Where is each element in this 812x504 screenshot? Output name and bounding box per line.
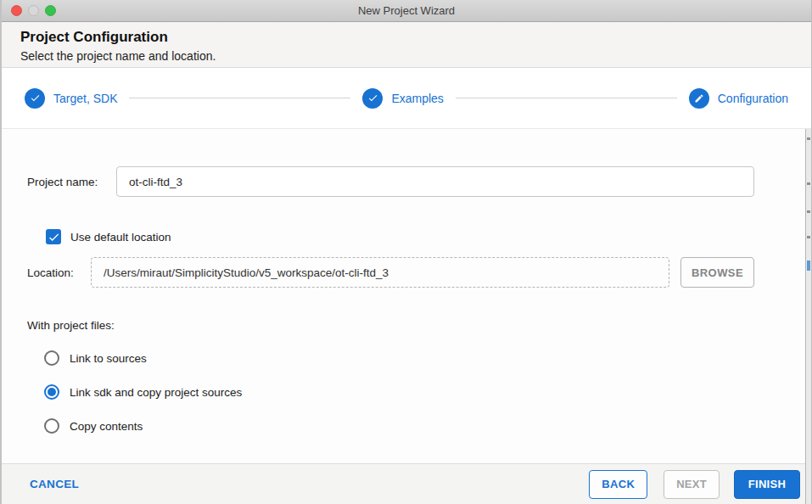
- page-title: Project Configuration: [20, 29, 792, 46]
- pencil-icon: [689, 88, 709, 109]
- radio-label: Copy contents: [70, 420, 143, 433]
- zoom-window-button[interactable]: [45, 5, 56, 16]
- ruler-mark-blue: [807, 260, 810, 271]
- step-configuration: Configuration: [689, 88, 788, 109]
- step-label: Examples: [391, 92, 443, 105]
- new-project-wizard-dialog: New Project Wizard Project Configuration…: [0, 0, 812, 504]
- window-title: New Project Wizard: [358, 4, 455, 17]
- location-input: [91, 257, 669, 288]
- wizard-content: Project name: Use default location Locat…: [2, 129, 811, 463]
- radio-label: Link to sources: [70, 352, 147, 365]
- step-examples: Examples: [362, 88, 443, 109]
- ruler-mark: [807, 210, 810, 213]
- check-icon: [25, 88, 45, 109]
- use-default-location-checkbox[interactable]: [46, 229, 61, 244]
- radio-link-to-sources[interactable]: Link to sources: [44, 350, 754, 366]
- ruler-mark: [807, 137, 810, 140]
- with-project-files-label: With project files:: [27, 319, 754, 332]
- step-label: Target, SDK: [53, 92, 117, 105]
- use-default-location-row[interactable]: Use default location: [46, 229, 754, 244]
- back-button[interactable]: BACK: [589, 470, 647, 499]
- radio-copy-contents[interactable]: Copy contents: [44, 418, 754, 434]
- stepper-connector: [456, 98, 677, 98]
- page-subtitle: Select the project name and location.: [20, 49, 792, 63]
- project-name-label: Project name:: [27, 176, 116, 188]
- browse-button[interactable]: BROWSE: [680, 257, 754, 288]
- step-target-sdk: Target, SDK: [25, 88, 117, 109]
- ruler-mark: [807, 236, 810, 238]
- ruler-mark: [807, 182, 810, 185]
- location-label: Location:: [27, 266, 91, 279]
- location-row: Location: BROWSE: [27, 257, 754, 288]
- background-app-sliver: [805, 129, 811, 504]
- use-default-location-label: Use default location: [70, 231, 171, 244]
- radio-link-sdk-copy-sources[interactable]: Link sdk and copy project sources: [44, 384, 754, 400]
- close-window-button[interactable]: [11, 5, 22, 16]
- step-label: Configuration: [718, 92, 788, 105]
- radio-button-icon[interactable]: [44, 384, 59, 400]
- traffic-lights: [11, 5, 56, 16]
- project-name-input[interactable]: [116, 166, 754, 197]
- wizard-header: Project Configuration Select the project…: [2, 22, 811, 68]
- wizard-stepper: Target, SDK Examples Configuration: [2, 68, 811, 129]
- check-icon: [48, 231, 60, 244]
- title-bar: New Project Wizard: [2, 0, 811, 22]
- next-button[interactable]: NEXT: [664, 470, 720, 499]
- radio-button-icon[interactable]: [44, 418, 59, 434]
- check-icon: [362, 88, 383, 109]
- cancel-button[interactable]: CANCEL: [30, 478, 79, 490]
- minimize-window-button[interactable]: [28, 5, 39, 16]
- stepper-connector: [129, 98, 350, 98]
- wizard-footer: CANCEL BACK NEXT FINISH: [2, 463, 811, 504]
- radio-label: Link sdk and copy project sources: [70, 386, 242, 399]
- project-name-row: Project name:: [27, 166, 754, 197]
- radio-button-icon[interactable]: [44, 350, 59, 366]
- finish-button[interactable]: FINISH: [734, 470, 800, 499]
